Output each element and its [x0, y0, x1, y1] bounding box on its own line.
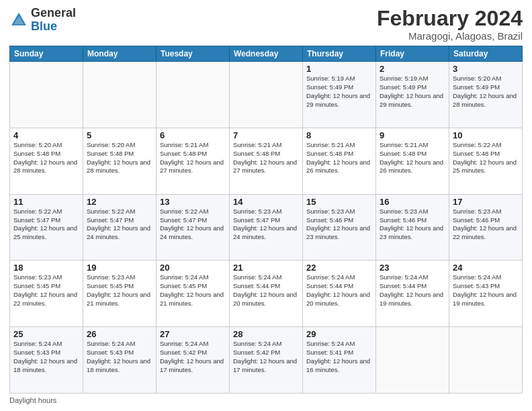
- day-info: Sunrise: 5:22 AM Sunset: 5:48 PM Dayligh…: [453, 141, 519, 175]
- header-day: Thursday: [303, 46, 376, 62]
- calendar-week-row: 4Sunrise: 5:20 AM Sunset: 5:48 PM Daylig…: [10, 128, 523, 194]
- calendar-week-row: 18Sunrise: 5:23 AM Sunset: 5:45 PM Dayli…: [10, 261, 523, 327]
- header-day: Saturday: [449, 46, 523, 62]
- calendar-cell: [10, 62, 83, 128]
- day-number: 24: [453, 263, 519, 273]
- day-number: 14: [233, 197, 299, 207]
- calendar-cell: [376, 327, 449, 394]
- calendar-cell: 4Sunrise: 5:20 AM Sunset: 5:48 PM Daylig…: [10, 128, 83, 194]
- day-info: Sunrise: 5:23 AM Sunset: 5:46 PM Dayligh…: [380, 208, 445, 242]
- calendar-cell: [157, 62, 230, 128]
- day-info: Sunrise: 5:23 AM Sunset: 5:45 PM Dayligh…: [13, 273, 79, 308]
- day-number: 10: [453, 130, 519, 140]
- calendar: SundayMondayTuesdayWednesdayThursdayFrid…: [9, 46, 523, 394]
- day-info: Sunrise: 5:20 AM Sunset: 5:48 PM Dayligh…: [87, 141, 152, 175]
- calendar-cell: 23Sunrise: 5:24 AM Sunset: 5:44 PM Dayli…: [376, 261, 449, 327]
- day-info: Sunrise: 5:21 AM Sunset: 5:48 PM Dayligh…: [380, 141, 445, 175]
- day-info: Sunrise: 5:21 AM Sunset: 5:48 PM Dayligh…: [306, 141, 372, 175]
- day-number: 15: [306, 197, 372, 207]
- day-number: 16: [380, 197, 445, 207]
- month-title: February 2024: [377, 7, 523, 30]
- calendar-cell: 24Sunrise: 5:24 AM Sunset: 5:43 PM Dayli…: [449, 261, 523, 327]
- day-number: 25: [13, 329, 79, 339]
- day-info: Sunrise: 5:24 AM Sunset: 5:42 PM Dayligh…: [233, 340, 299, 374]
- header-day: Sunday: [10, 46, 83, 62]
- header-row: SundayMondayTuesdayWednesdayThursdayFrid…: [10, 46, 523, 62]
- day-info: Sunrise: 5:23 AM Sunset: 5:47 PM Dayligh…: [233, 208, 299, 242]
- calendar-cell: 19Sunrise: 5:23 AM Sunset: 5:45 PM Dayli…: [83, 261, 157, 327]
- header: General Blue February 2024 Maragogi, Ala…: [9, 7, 523, 42]
- day-number: 12: [87, 197, 152, 207]
- day-info: Sunrise: 5:23 AM Sunset: 5:45 PM Dayligh…: [87, 273, 152, 308]
- day-info: Sunrise: 5:20 AM Sunset: 5:48 PM Dayligh…: [13, 141, 79, 175]
- day-number: 9: [380, 130, 445, 140]
- day-number: 23: [380, 263, 445, 273]
- day-number: 19: [87, 263, 152, 273]
- day-info: Sunrise: 5:23 AM Sunset: 5:46 PM Dayligh…: [306, 208, 372, 242]
- logo-icon: [9, 11, 28, 30]
- header-day: Friday: [376, 46, 449, 62]
- day-info: Sunrise: 5:24 AM Sunset: 5:41 PM Dayligh…: [306, 340, 372, 374]
- day-info: Sunrise: 5:24 AM Sunset: 5:43 PM Dayligh…: [13, 340, 79, 374]
- day-info: Sunrise: 5:23 AM Sunset: 5:46 PM Dayligh…: [453, 208, 519, 242]
- calendar-cell: 20Sunrise: 5:24 AM Sunset: 5:45 PM Dayli…: [157, 261, 230, 327]
- page: General Blue February 2024 Maragogi, Ala…: [0, 0, 532, 411]
- calendar-cell: 7Sunrise: 5:21 AM Sunset: 5:48 PM Daylig…: [230, 128, 303, 194]
- day-number: 26: [87, 329, 152, 339]
- day-number: 6: [160, 130, 226, 140]
- calendar-cell: 27Sunrise: 5:24 AM Sunset: 5:42 PM Dayli…: [157, 327, 230, 394]
- day-number: 4: [13, 130, 79, 140]
- calendar-cell: 11Sunrise: 5:22 AM Sunset: 5:47 PM Dayli…: [10, 194, 83, 261]
- day-info: Sunrise: 5:24 AM Sunset: 5:44 PM Dayligh…: [233, 273, 299, 308]
- day-number: 18: [13, 263, 79, 273]
- calendar-cell: 12Sunrise: 5:22 AM Sunset: 5:47 PM Dayli…: [83, 194, 157, 261]
- calendar-cell: 10Sunrise: 5:22 AM Sunset: 5:48 PM Dayli…: [449, 128, 523, 194]
- day-info: Sunrise: 5:24 AM Sunset: 5:44 PM Dayligh…: [380, 273, 445, 308]
- day-info: Sunrise: 5:24 AM Sunset: 5:43 PM Dayligh…: [87, 340, 152, 374]
- calendar-cell: 8Sunrise: 5:21 AM Sunset: 5:48 PM Daylig…: [303, 128, 376, 194]
- calendar-cell: 15Sunrise: 5:23 AM Sunset: 5:46 PM Dayli…: [303, 194, 376, 261]
- day-number: 20: [160, 263, 226, 273]
- day-info: Sunrise: 5:20 AM Sunset: 5:49 PM Dayligh…: [453, 75, 519, 109]
- day-number: 13: [160, 197, 226, 207]
- day-number: 21: [233, 263, 299, 273]
- calendar-cell: 25Sunrise: 5:24 AM Sunset: 5:43 PM Dayli…: [10, 327, 83, 394]
- calendar-cell: 2Sunrise: 5:19 AM Sunset: 5:49 PM Daylig…: [376, 62, 449, 128]
- day-info: Sunrise: 5:19 AM Sunset: 5:49 PM Dayligh…: [306, 75, 372, 109]
- calendar-header: SundayMondayTuesdayWednesdayThursdayFrid…: [10, 46, 523, 62]
- calendar-cell: 6Sunrise: 5:21 AM Sunset: 5:48 PM Daylig…: [157, 128, 230, 194]
- day-number: 8: [306, 130, 372, 140]
- calendar-cell: 16Sunrise: 5:23 AM Sunset: 5:46 PM Dayli…: [376, 194, 449, 261]
- calendar-cell: 1Sunrise: 5:19 AM Sunset: 5:49 PM Daylig…: [303, 62, 376, 128]
- day-info: Sunrise: 5:22 AM Sunset: 5:47 PM Dayligh…: [160, 208, 226, 242]
- calendar-cell: 17Sunrise: 5:23 AM Sunset: 5:46 PM Dayli…: [449, 194, 523, 261]
- calendar-body: 1Sunrise: 5:19 AM Sunset: 5:49 PM Daylig…: [10, 62, 523, 394]
- footer-note: Daylight hours: [9, 396, 523, 404]
- logo-blue: Blue: [31, 19, 57, 33]
- day-info: Sunrise: 5:24 AM Sunset: 5:45 PM Dayligh…: [160, 273, 226, 308]
- day-number: 27: [160, 329, 226, 339]
- day-info: Sunrise: 5:24 AM Sunset: 5:43 PM Dayligh…: [453, 273, 519, 308]
- calendar-cell: 26Sunrise: 5:24 AM Sunset: 5:43 PM Dayli…: [83, 327, 157, 394]
- calendar-week-row: 11Sunrise: 5:22 AM Sunset: 5:47 PM Dayli…: [10, 194, 523, 261]
- calendar-cell: 14Sunrise: 5:23 AM Sunset: 5:47 PM Dayli…: [230, 194, 303, 261]
- calendar-cell: [449, 327, 523, 394]
- day-number: 11: [13, 197, 79, 207]
- calendar-cell: 5Sunrise: 5:20 AM Sunset: 5:48 PM Daylig…: [83, 128, 157, 194]
- day-info: Sunrise: 5:24 AM Sunset: 5:44 PM Dayligh…: [306, 273, 372, 308]
- day-number: 28: [233, 329, 299, 339]
- header-day: Tuesday: [157, 46, 230, 62]
- day-number: 2: [380, 64, 445, 74]
- calendar-cell: [83, 62, 157, 128]
- calendar-cell: 22Sunrise: 5:24 AM Sunset: 5:44 PM Dayli…: [303, 261, 376, 327]
- calendar-cell: 9Sunrise: 5:21 AM Sunset: 5:48 PM Daylig…: [376, 128, 449, 194]
- title-area: February 2024 Maragogi, Alagoas, Brazil: [377, 7, 523, 42]
- day-number: 29: [306, 329, 372, 339]
- calendar-cell: 29Sunrise: 5:24 AM Sunset: 5:41 PM Dayli…: [303, 327, 376, 394]
- day-number: 5: [87, 130, 152, 140]
- day-info: Sunrise: 5:21 AM Sunset: 5:48 PM Dayligh…: [160, 141, 226, 175]
- day-info: Sunrise: 5:24 AM Sunset: 5:42 PM Dayligh…: [160, 340, 226, 374]
- day-info: Sunrise: 5:22 AM Sunset: 5:47 PM Dayligh…: [87, 208, 152, 242]
- calendar-week-row: 1Sunrise: 5:19 AM Sunset: 5:49 PM Daylig…: [10, 62, 523, 128]
- day-info: Sunrise: 5:22 AM Sunset: 5:47 PM Dayligh…: [13, 208, 79, 242]
